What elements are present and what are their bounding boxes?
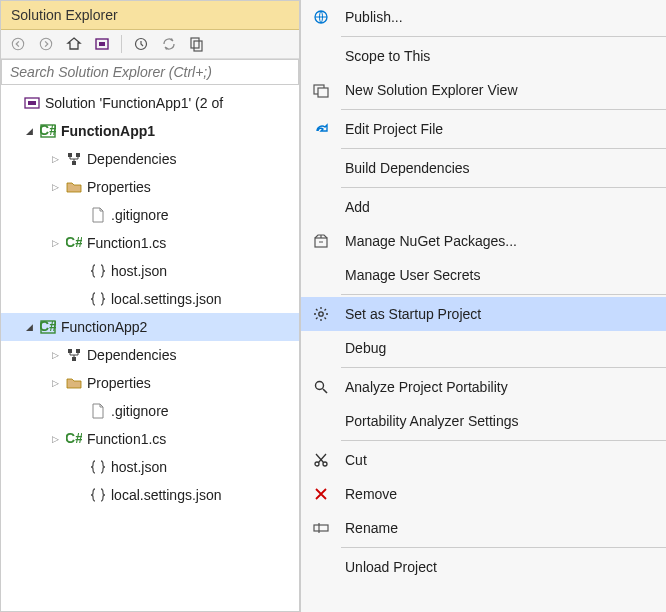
package-icon	[311, 231, 331, 251]
svg-rect-13	[72, 161, 76, 165]
solution-label: Solution 'FunctionApp1' (2 of	[45, 95, 223, 111]
expand-icon[interactable]	[49, 433, 61, 445]
svg-point-28	[323, 462, 327, 466]
menu-separator	[341, 36, 666, 37]
tree-node-host-json[interactable]: host.json	[1, 453, 299, 481]
menu-unload-project[interactable]: Unload Project	[301, 550, 666, 584]
tree-node-properties[interactable]: Properties	[1, 173, 299, 201]
tree-node-function1-cs[interactable]: C# Function1.cs	[1, 425, 299, 453]
svg-rect-8	[28, 101, 36, 105]
menu-manage-nuget[interactable]: Manage NuGet Packages...	[301, 224, 666, 258]
menu-rename[interactable]: Rename	[301, 511, 666, 545]
delete-icon	[311, 484, 331, 504]
menu-set-startup-project[interactable]: Set as Startup Project	[301, 297, 666, 331]
sync-button[interactable]	[158, 33, 180, 55]
dependencies-icon	[65, 346, 83, 364]
file-icon	[89, 206, 107, 224]
panel-title: Solution Explorer	[1, 1, 299, 30]
window-icon	[311, 80, 331, 100]
menu-cut[interactable]: Cut	[301, 443, 666, 477]
svg-rect-5	[191, 38, 199, 48]
globe-icon	[311, 7, 331, 27]
menu-analyze-portability[interactable]: Analyze Project Portability	[301, 370, 666, 404]
json-file-icon	[89, 262, 107, 280]
menu-separator	[341, 547, 666, 548]
folder-icon	[65, 178, 83, 196]
menu-remove[interactable]: Remove	[301, 477, 666, 511]
switch-views-button[interactable]	[91, 33, 113, 55]
menu-debug[interactable]: Debug	[301, 331, 666, 365]
expand-icon[interactable]	[49, 237, 61, 249]
scissors-icon	[311, 450, 331, 470]
panel-toolbar	[1, 30, 299, 59]
history-button[interactable]	[130, 33, 152, 55]
menu-separator	[341, 440, 666, 441]
menu-user-secrets[interactable]: Manage User Secrets	[301, 258, 666, 292]
show-all-files-button[interactable]	[186, 33, 208, 55]
menu-scope[interactable]: Scope to This	[301, 39, 666, 73]
svg-text:C#: C#	[66, 235, 82, 250]
search-input[interactable]	[10, 64, 290, 80]
tree-node-function1-cs[interactable]: C# Function1.cs	[1, 229, 299, 257]
project-node-functionapp1[interactable]: C# FunctionApp1	[1, 117, 299, 145]
svg-text:C#: C#	[66, 431, 82, 446]
svg-rect-11	[68, 153, 72, 157]
expand-icon[interactable]	[49, 153, 61, 165]
svg-point-26	[316, 382, 324, 390]
menu-edit-project-file[interactable]: Edit Project File	[301, 112, 666, 146]
expand-icon[interactable]	[49, 377, 61, 389]
svg-rect-12	[76, 153, 80, 157]
menu-portability-settings[interactable]: Portability Analyzer Settings	[301, 404, 666, 438]
menu-separator	[341, 367, 666, 368]
expand-icon[interactable]	[49, 349, 61, 361]
tree-node-gitignore[interactable]: .gitignore	[1, 397, 299, 425]
toolbar-divider	[121, 35, 122, 53]
json-file-icon	[89, 458, 107, 476]
menu-separator	[341, 294, 666, 295]
project-context-menu: Publish... Scope to This New Solution Ex…	[300, 0, 666, 612]
expand-icon[interactable]	[49, 181, 61, 193]
svg-text:C#: C#	[40, 319, 56, 334]
folder-icon	[65, 374, 83, 392]
tree-node-local-settings[interactable]: local.settings.json	[1, 285, 299, 313]
solution-node[interactable]: Solution 'FunctionApp1' (2 of	[1, 89, 299, 117]
svg-rect-19	[72, 357, 76, 361]
svg-rect-3	[99, 42, 105, 46]
tree-node-host-json[interactable]: host.json	[1, 257, 299, 285]
dependencies-icon	[65, 150, 83, 168]
svg-point-27	[315, 462, 319, 466]
search-input-container[interactable]	[1, 59, 299, 85]
solution-icon	[23, 94, 41, 112]
solution-tree: Solution 'FunctionApp1' (2 of C# Functio…	[1, 85, 299, 611]
tree-node-properties[interactable]: Properties	[1, 369, 299, 397]
menu-publish[interactable]: Publish...	[301, 0, 666, 34]
project-label: FunctionApp2	[61, 319, 147, 335]
svg-text:C#: C#	[40, 123, 56, 138]
home-button[interactable]	[63, 33, 85, 55]
svg-point-0	[12, 38, 23, 49]
svg-rect-29	[314, 525, 328, 531]
redo-icon	[311, 119, 331, 139]
csharp-project-icon: C#	[39, 122, 57, 140]
menu-add[interactable]: Add	[301, 190, 666, 224]
expand-icon[interactable]	[23, 321, 35, 333]
tree-node-local-settings[interactable]: local.settings.json	[1, 481, 299, 509]
svg-point-25	[319, 312, 323, 316]
json-file-icon	[89, 290, 107, 308]
tree-node-dependencies[interactable]: Dependencies	[1, 341, 299, 369]
csharp-file-icon: C#	[65, 234, 83, 252]
rename-icon	[311, 518, 331, 538]
file-icon	[89, 402, 107, 420]
menu-build-dependencies[interactable]: Build Dependencies	[301, 151, 666, 185]
expand-icon[interactable]	[23, 125, 35, 137]
back-button[interactable]	[7, 33, 29, 55]
svg-rect-23	[318, 88, 328, 97]
solution-explorer-panel: Solution Explorer	[0, 0, 300, 612]
project-node-functionapp2[interactable]: C# FunctionApp2	[1, 313, 299, 341]
project-label: FunctionApp1	[61, 123, 155, 139]
tree-node-dependencies[interactable]: Dependencies	[1, 145, 299, 173]
forward-button[interactable]	[35, 33, 57, 55]
menu-new-view[interactable]: New Solution Explorer View	[301, 73, 666, 107]
menu-separator	[341, 148, 666, 149]
tree-node-gitignore[interactable]: .gitignore	[1, 201, 299, 229]
